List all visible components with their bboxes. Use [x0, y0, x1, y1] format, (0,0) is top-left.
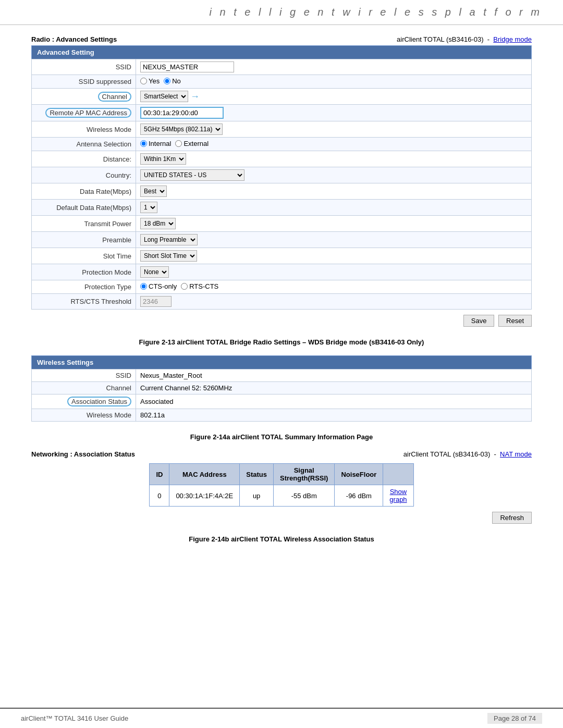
networking-header: Networking : Association Status airClien… — [31, 450, 532, 458]
radio-no-label[interactable]: No — [164, 77, 181, 85]
radio-yes-label[interactable]: Yes — [140, 77, 160, 85]
remote-mac-label: Remote AP MAC Address — [32, 105, 136, 121]
channel-value: SmartSelect → — [136, 89, 532, 105]
rts-threshold-label: RTS/CTS Threshold — [32, 294, 136, 310]
data-rate-select[interactable]: Best — [140, 186, 167, 197]
reset-button[interactable]: Reset — [498, 315, 532, 327]
protection-type-value: CTS-only RTS-CTS — [136, 280, 532, 294]
table-row: Channel SmartSelect → — [32, 89, 532, 105]
footer-brand: airClient™ TOTAL 3416 User Guide — [21, 714, 128, 722]
protection-type-label: Protection Type — [32, 280, 136, 294]
device-info: airClient TOTAL (sB3416-03) - Bridge mod… — [397, 35, 532, 43]
distance-select[interactable]: Within 1Km — [140, 153, 186, 165]
figure-13-caption: Figure 2-13 airClient TOTAL Bridge Radio… — [31, 338, 532, 346]
distance-value: Within 1Km — [136, 151, 532, 167]
wireless-mode-select[interactable]: 5GHz 54Mbps (802.11a) — [140, 124, 223, 135]
networking-label: Networking : Association Status — [31, 450, 135, 458]
table-row: Wireless Mode 802.11a — [32, 409, 532, 422]
ws-wireless-mode-label: Wireless Mode — [32, 409, 136, 422]
col-action — [383, 464, 413, 485]
distance-label: Distance: — [32, 151, 136, 167]
tx-power-select[interactable]: 18 dBm — [140, 218, 176, 229]
radio-yes[interactable] — [140, 78, 147, 84]
ws-ssid-value: Nexus_Master_Root — [136, 369, 532, 382]
preamble-select[interactable]: Long Preamble Short Preamble — [140, 234, 198, 245]
antenna-internal[interactable] — [140, 140, 147, 147]
antenna-internal-label[interactable]: Internal — [140, 140, 171, 147]
data-rate-label: Data Rate(Mbps) — [32, 183, 136, 200]
table-row: Default Data Rate(Mbps) 1 — [32, 200, 532, 216]
rts-cts-radio[interactable] — [181, 283, 188, 290]
antenna-radios: Internal External — [140, 140, 209, 147]
platform-title: i n t e l l i g e n t w i r e l e s s p … — [210, 6, 542, 18]
ws-assoc-status-value: Associated — [136, 394, 532, 409]
advanced-setting-header: Advanced Setting — [32, 46, 532, 59]
protection-mode-label: Protection Mode — [32, 264, 136, 280]
header-bar: i n t e l l i g e n t w i r e l e s s p … — [0, 0, 563, 25]
antenna-external[interactable] — [175, 140, 182, 147]
ws-channel-value: Current Channel 52: 5260MHz — [136, 382, 532, 394]
channel-label: Channel — [32, 89, 136, 105]
channel-select[interactable]: SmartSelect — [140, 91, 188, 102]
advanced-settings-table: Advanced Setting SSID SSID suppressed — [31, 45, 532, 310]
associated-text: Associated — [140, 398, 174, 405]
country-value: UNITED STATES - US — [136, 167, 532, 183]
default-data-rate-select[interactable]: 1 — [140, 202, 157, 213]
ssid-input[interactable] — [140, 61, 234, 72]
rts-cts-label[interactable]: RTS-CTS — [181, 282, 218, 290]
footer-page: Page 28 of 74 — [487, 713, 542, 724]
table-row: Slot Time Short Slot Time Long Slot Time — [32, 248, 532, 264]
table-row: 0 00:30:1A:1F:4A:2E up -55 dBm -96 dBm S… — [150, 485, 413, 507]
ws-channel-label: Channel — [32, 382, 136, 394]
row-id: 0 — [150, 485, 169, 507]
show-graph-link[interactable]: Showgraph — [383, 485, 413, 507]
advanced-settings-buttons: Save Reset — [31, 315, 532, 327]
wireless-mode-label: Wireless Mode — [32, 121, 136, 138]
table-row: Protection Mode None — [32, 264, 532, 280]
tx-power-label: Transmit Power — [32, 216, 136, 232]
rts-threshold-value — [136, 294, 532, 310]
table-row: Data Rate(Mbps) Best — [32, 183, 532, 200]
remote-mac-annotated-label: Remote AP MAC Address — [45, 108, 131, 118]
table-row: Association Status Associated — [32, 394, 532, 409]
nat-mode-link[interactable]: NAT mode — [500, 450, 532, 458]
default-data-rate-value: 1 — [136, 200, 532, 216]
bridge-mode-link[interactable]: Bridge mode — [493, 35, 532, 43]
wireless-mode-value: 5GHz 54Mbps (802.11a) — [136, 121, 532, 138]
table-row: Wireless Mode 5GHz 54Mbps (802.11a) — [32, 121, 532, 138]
protection-mode-value: None — [136, 264, 532, 280]
country-select[interactable]: UNITED STATES - US — [140, 169, 244, 181]
table-row: Distance: Within 1Km — [32, 151, 532, 167]
antenna-external-label[interactable]: External — [175, 140, 209, 147]
table-row: SSID Nexus_Master_Root — [32, 369, 532, 382]
slot-time-select[interactable]: Short Slot Time Long Slot Time — [140, 250, 197, 262]
table-row: Channel Current Channel 52: 5260MHz — [32, 382, 532, 394]
col-id: ID — [150, 464, 169, 485]
assoc-status-annotated-label: Association Status — [67, 397, 131, 406]
channel-cell: SmartSelect → — [140, 91, 527, 102]
data-rate-value: Best — [136, 183, 532, 200]
refresh-button[interactable]: Refresh — [492, 512, 532, 524]
channel-annotated-label: Channel — [98, 92, 131, 102]
remote-mac-input[interactable] — [140, 107, 224, 119]
preamble-value: Long Preamble Short Preamble — [136, 232, 532, 248]
table-row: Protection Type CTS-only RTS-CTS — [32, 280, 532, 294]
table-row: Antenna Selection Internal External — [32, 138, 532, 151]
slot-time-value: Short Slot Time Long Slot Time — [136, 248, 532, 264]
wireless-settings-table: Wireless Settings SSID Nexus_Master_Root… — [31, 355, 532, 422]
table-row: Country: UNITED STATES - US — [32, 167, 532, 183]
col-rssi: SignalStrength(RSSI) — [273, 464, 334, 485]
refresh-row: Refresh — [31, 512, 532, 524]
rts-threshold-input — [140, 296, 172, 307]
table-row: Preamble Long Preamble Short Preamble — [32, 232, 532, 248]
cts-only-radio[interactable] — [140, 283, 147, 290]
protection-mode-select[interactable]: None — [140, 266, 169, 278]
advanced-settings-label: Radio : Advanced Settings — [31, 35, 117, 43]
figure-14b-caption: Figure 2-14b airClient TOTAL Wireless As… — [31, 535, 532, 543]
country-label: Country: — [32, 167, 136, 183]
cts-only-label[interactable]: CTS-only — [140, 282, 177, 290]
table-row: Transmit Power 18 dBm — [32, 216, 532, 232]
ws-ssid-label: SSID — [32, 369, 136, 382]
save-button[interactable]: Save — [463, 315, 495, 327]
radio-no[interactable] — [164, 78, 170, 84]
